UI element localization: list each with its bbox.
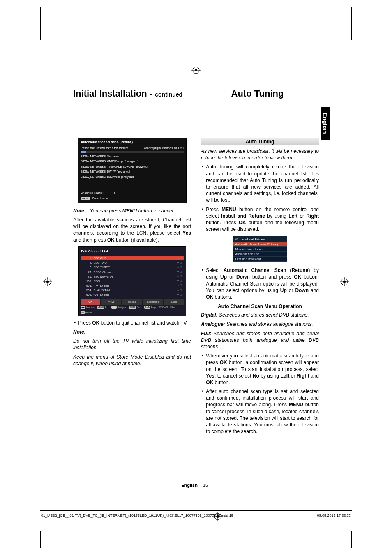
osd-list-row: 7.BBC THREE▭ ▢ bbox=[81, 265, 184, 269]
osd-list-row: 2.BBC TWO▭ ▢ bbox=[81, 260, 184, 265]
crop-mark bbox=[351, 24, 352, 40]
osd-list-row: 80.BBC NEWS 24▭ ▢ bbox=[81, 274, 184, 279]
after-stations-text: After the available stations are stored,… bbox=[73, 216, 191, 243]
bullet-auto-tuning-2: Press MENU button on the remote control … bbox=[201, 206, 319, 233]
osd-channels-found-value: 5 bbox=[114, 191, 115, 194]
print-footer: 01_MB62_[GB]_(01-TV)_DVB_TC_(IB_INTERNET… bbox=[41, 514, 351, 518]
osd-list-hint: Filter bbox=[170, 306, 175, 309]
osd-menu-item: Manual channel scan bbox=[233, 247, 287, 252]
full-row: Full: Searches and stores both analogue … bbox=[201, 330, 319, 350]
osd-menu-item: Analogue fine tune bbox=[233, 252, 287, 257]
osd-list-row: 105.BBCi▭ ▢ bbox=[81, 279, 184, 283]
osd-scan-wait: Please wait. This will take a few minute… bbox=[81, 147, 129, 150]
content-area: Initial Installation - continued Auto Tu… bbox=[73, 88, 319, 437]
print-file: 01_MB62_[GB]_(01-TV)_DVB_TC_(IB_INTERNET… bbox=[41, 514, 233, 518]
osd-list-row: 505.five HD Trial▭ ▢ bbox=[81, 292, 184, 297]
page-footer: English - 15 - bbox=[73, 483, 319, 488]
heading-continued: continued bbox=[155, 91, 182, 98]
crop-mark bbox=[352, 531, 368, 531]
osd-list-button: Move bbox=[101, 299, 121, 304]
osd-list-hint: P+P-Page UP/DOWN bbox=[144, 306, 168, 309]
crop-mark bbox=[40, 531, 41, 548]
auto-tuning-section-bar: Auto Tuning bbox=[201, 138, 319, 145]
bullet-auto-tuning-4: Whenever you select an automatic search … bbox=[201, 352, 319, 386]
auto-tuning-intro: As new services are broadcast, it will b… bbox=[201, 148, 319, 161]
digital-row: Digital: Searches and stores aerial DVB … bbox=[201, 312, 319, 318]
osd-channel-list: Edit Channel List 1.BBC ONE▭ ▢2.BBC TWO▭… bbox=[78, 246, 186, 316]
osd-list-hint: MENUExit bbox=[97, 306, 109, 309]
print-date: 08.05.2012 17:33:33 bbox=[317, 514, 351, 518]
osd-install-retune-menu: Install and Retune Automatic channel sca… bbox=[233, 236, 287, 262]
bullet-auto-tuning-5: After auto channel scan type is set and … bbox=[201, 388, 319, 435]
osd-list-row: 1.BBC ONE▭ ▢ bbox=[81, 256, 184, 260]
crop-mark bbox=[351, 7, 352, 24]
osd-scan-found-line: SIDSA_NETWORKS: DW-TV (encrypted) bbox=[81, 170, 184, 173]
language-side-tab: English bbox=[321, 107, 330, 140]
osd-list-button: Edit name bbox=[143, 299, 163, 304]
osd-list-hint: OKWatch bbox=[81, 311, 92, 314]
right-column: Auto Tuning As new services are broadcas… bbox=[201, 138, 319, 437]
note2-label: Note: bbox=[73, 329, 191, 335]
osd-list-button: Delete bbox=[122, 299, 142, 304]
osd-scan-found-line: SIDSA_NETWORKS: CNBC Europe (encrypted) bbox=[81, 160, 184, 163]
osd-list-row: 70.CBBC Channel▭ ▢ bbox=[81, 270, 184, 274]
page: English Initial Installation - continued… bbox=[0, 0, 392, 555]
crop-mark bbox=[40, 7, 41, 24]
analogue-row: Analogue: Searches and stores analogue s… bbox=[201, 321, 319, 327]
left-column: Automatic channel scan (Retune) Please w… bbox=[73, 138, 191, 437]
osd-scan-scanning: Scanning digital channels: UHF 50 bbox=[143, 147, 184, 150]
warn-store-mode: Keep the menu of Store Mode Disabled and… bbox=[73, 354, 191, 367]
svg-point-17 bbox=[236, 239, 237, 240]
heading-right: Auto Tuning bbox=[196, 88, 319, 99]
osd-menu-item: Automatic channel scan (Retune) bbox=[233, 242, 287, 247]
osd-scan-found-line: SIDSA_NETWORKS: BBC World (encrypted) bbox=[81, 175, 184, 179]
osd-cancel-text: Cancel scan bbox=[92, 197, 108, 200]
osd-list-hint: ◀▶Function bbox=[81, 306, 95, 309]
osd-list-row: 503.ITV HD Trial▭ ▢ bbox=[81, 283, 184, 288]
press-ok-quit: Press OK button to quit channel list and… bbox=[73, 320, 191, 326]
osd-list-title: Edit Channel List bbox=[81, 249, 184, 253]
osd-scan-progress bbox=[81, 151, 184, 153]
crop-mark bbox=[351, 531, 352, 548]
osd-channel-scan: Automatic channel scan (Retune) Please w… bbox=[78, 138, 187, 203]
page-heading: Initial Installation - continued Auto Tu… bbox=[73, 88, 319, 99]
osd-scan-found-line: SIDSA_NETWORKS: TV5MONDE EUROPE (encrypt… bbox=[81, 165, 184, 168]
bullet-auto-tuning-3: Select Automatic Channel Scan (Retune) b… bbox=[201, 267, 319, 300]
osd-list-row: 504.Ch4 HD Trial▭ ▢ bbox=[81, 288, 184, 292]
warn-first-install: Do not turn off the TV while initializin… bbox=[73, 338, 191, 351]
note-cancel: Note: : You can press MENU button to can… bbox=[73, 207, 191, 214]
registration-mark-icon bbox=[43, 277, 52, 286]
crop-mark bbox=[352, 24, 368, 24]
osd-channels-found-label: Channels Found : bbox=[81, 191, 104, 194]
bullet-auto-tuning-1: Auto Tuning will completely retune the t… bbox=[201, 164, 319, 203]
registration-mark-icon bbox=[340, 277, 349, 286]
crop-mark bbox=[24, 531, 40, 531]
crop-mark bbox=[40, 24, 41, 40]
registration-mark-icon bbox=[191, 66, 201, 75]
osd-menu-key: MENU bbox=[81, 197, 91, 200]
footer-rule bbox=[40, 510, 352, 511]
osd-list-hint: SWAPBack bbox=[129, 306, 142, 309]
osd-list-button: Lock bbox=[164, 299, 184, 304]
osd-list-hint: ▼▲Navigate bbox=[111, 306, 127, 309]
osd-menu-title: Install and Retune bbox=[233, 236, 287, 242]
osd-scan-title: Automatic channel scan (Retune) bbox=[81, 140, 184, 145]
osd-list-button: OK bbox=[81, 299, 101, 304]
osd-menu-item: First time installation bbox=[233, 257, 287, 262]
scan-menu-operation-heading: Auto Channel Scan Menu Operation bbox=[201, 304, 319, 309]
heading-left: Initial Installation - bbox=[73, 88, 152, 99]
crop-mark bbox=[24, 24, 40, 24]
osd-scan-found-line: SIDSA_NETWORKS: Sky News bbox=[81, 155, 184, 158]
gear-icon bbox=[235, 237, 238, 241]
